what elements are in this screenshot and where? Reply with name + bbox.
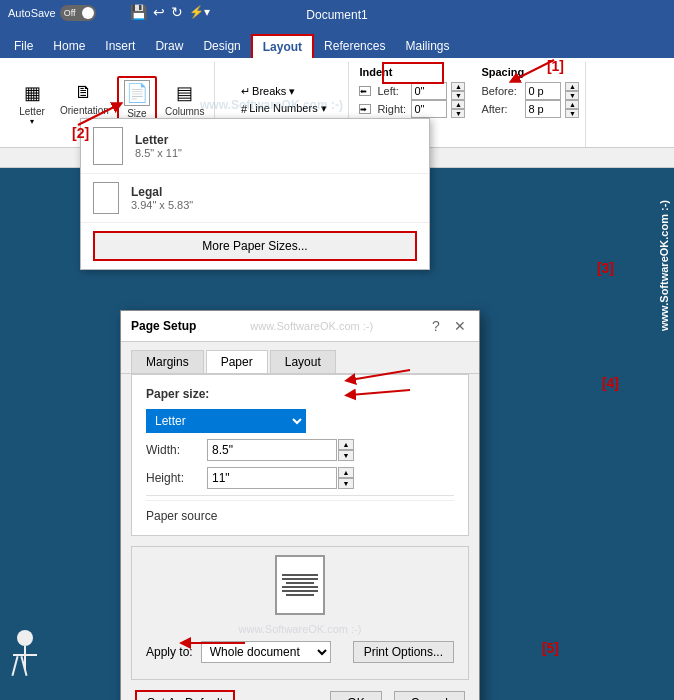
dialog-controls: ? ✕ xyxy=(427,317,469,335)
svg-line-0 xyxy=(514,60,554,80)
save-icon[interactable]: 💾 xyxy=(130,4,147,20)
paper-size-row: Letter Legal xyxy=(146,409,454,433)
arrow-2 xyxy=(58,95,138,135)
dialog-watermark-text: www.SoftwareOK.com :-) xyxy=(250,320,373,332)
indent-header: Indent xyxy=(359,66,465,78)
spacing-after-label: After: xyxy=(481,103,521,115)
dialog-tab-layout[interactable]: Layout xyxy=(270,350,336,373)
annotation-5: [5] xyxy=(542,640,559,656)
autosave-area: AutoSave Off xyxy=(8,5,96,21)
preview-line-4 xyxy=(282,586,318,588)
indent-left-label: Left: xyxy=(377,85,407,97)
indent-right-input[interactable] xyxy=(411,100,447,118)
arrow-1 xyxy=(494,50,574,90)
indent-right-up[interactable]: ▲ xyxy=(451,100,465,109)
autosave-state: Off xyxy=(64,8,76,18)
breaks-label: Breaks ▾ xyxy=(252,85,295,98)
height-input[interactable] xyxy=(207,467,337,489)
svg-line-3 xyxy=(350,390,410,395)
width-input-wrap: ▲ ▼ xyxy=(207,439,354,461)
tab-design[interactable]: Design xyxy=(193,34,250,58)
spacing-after-spinner[interactable]: ▲ ▼ xyxy=(565,100,579,118)
height-spinner[interactable]: ▲ ▼ xyxy=(338,467,354,489)
set-as-default-button[interactable]: Set As Default xyxy=(135,690,235,700)
preview-line-3 xyxy=(286,582,314,584)
margins-icon: ▦ xyxy=(24,82,41,104)
columns-label: Columns xyxy=(165,106,204,117)
width-spinner[interactable]: ▲ ▼ xyxy=(338,439,354,461)
spacing-before-down[interactable]: ▼ xyxy=(565,91,579,100)
indent-left-up[interactable]: ▲ xyxy=(451,82,465,91)
letter-size: 8.5" x 11" xyxy=(135,147,182,159)
height-down[interactable]: ▼ xyxy=(338,478,354,489)
autosave-toggle[interactable]: Off xyxy=(60,5,96,21)
paper-source-label: Paper source xyxy=(146,500,454,523)
ribbon-watermark: www.SoftwareOK.com :-) xyxy=(200,98,343,112)
indent-right-down[interactable]: ▼ xyxy=(451,109,465,118)
paper-size-select[interactable]: Letter Legal xyxy=(146,409,306,433)
tab-layout[interactable]: Layout xyxy=(251,34,314,58)
dialog-help-button[interactable]: ? xyxy=(427,317,445,335)
svg-line-1 xyxy=(78,105,118,125)
dialog-title-bar: Page Setup www.SoftwareOK.com :-) ? ✕ xyxy=(121,311,479,342)
indent-left-row: ⬅ Left: ▲ ▼ xyxy=(359,82,465,100)
paper-size-legal[interactable]: Legal 3.94" x 5.83" xyxy=(81,174,429,223)
customize-icon[interactable]: ⚡▾ xyxy=(189,5,210,19)
width-down[interactable]: ▼ xyxy=(338,450,354,461)
preview-line-1 xyxy=(282,574,318,576)
height-input-wrap: ▲ ▼ xyxy=(207,467,354,489)
annotation-4: [4] xyxy=(602,375,619,391)
doc-title: Document1 xyxy=(306,8,367,22)
tab-mailings[interactable]: Mailings xyxy=(395,34,459,58)
dialog-close-button[interactable]: ✕ xyxy=(451,317,469,335)
dialog-tab-paper[interactable]: Paper xyxy=(206,350,268,373)
columns-icon: ▤ xyxy=(176,82,193,104)
more-paper-sizes-button[interactable]: More Paper Sizes... xyxy=(93,231,417,261)
height-up[interactable]: ▲ xyxy=(338,467,354,478)
width-input[interactable] xyxy=(207,439,337,461)
preview-line-2 xyxy=(282,578,318,580)
tab-draw[interactable]: Draw xyxy=(145,34,193,58)
indent-left-icon: ⬅ xyxy=(359,86,371,96)
cancel-button[interactable]: Cancel xyxy=(394,691,465,700)
tab-file[interactable]: File xyxy=(4,34,43,58)
side-watermark: www.SoftwareOK.com :-) xyxy=(658,200,670,331)
figure-area xyxy=(0,480,90,700)
toolbar-icons: 💾 ↩ ↻ ⚡▾ xyxy=(130,4,210,20)
indent-left-down[interactable]: ▼ xyxy=(451,91,465,100)
tab-insert[interactable]: Insert xyxy=(95,34,145,58)
figure-head xyxy=(17,630,33,646)
undo-icon[interactable]: ↩ xyxy=(153,4,165,20)
toggle-dot xyxy=(82,7,94,19)
margins-chevron: ▾ xyxy=(30,117,34,126)
indent-left-input[interactable] xyxy=(411,82,447,100)
preview-line-6 xyxy=(286,594,314,596)
legal-name: Legal xyxy=(131,185,193,199)
spacing-after-down[interactable]: ▼ xyxy=(565,109,579,118)
dialog-footer: Set As Default OK Cancel xyxy=(121,690,479,700)
width-up[interactable]: ▲ xyxy=(338,439,354,450)
svg-line-2 xyxy=(350,370,410,380)
doc-preview xyxy=(146,555,454,615)
tab-home[interactable]: Home xyxy=(43,34,95,58)
ok-button[interactable]: OK xyxy=(330,691,381,700)
print-options-button[interactable]: Print Options... xyxy=(353,641,454,663)
letter-paper-info: Letter 8.5" x 11" xyxy=(135,133,182,159)
spacing-after-up[interactable]: ▲ xyxy=(565,100,579,109)
preview-line-5 xyxy=(282,590,318,592)
arrow-5 xyxy=(175,628,255,658)
breaks-button[interactable]: ↵ Breaks ▾ xyxy=(241,85,327,98)
autosave-label: AutoSave xyxy=(8,7,56,19)
dialog-tab-margins[interactable]: Margins xyxy=(131,350,204,373)
annotation-3: [3] xyxy=(597,260,614,276)
redo-icon[interactable]: ↻ xyxy=(171,4,183,20)
margins-button[interactable]: ▦ Letter ▾ xyxy=(12,80,52,128)
size-dropdown-panel: Letter 8.5" x 11" Legal 3.94" x 5.83" Mo… xyxy=(80,118,430,270)
tab-references[interactable]: References xyxy=(314,34,395,58)
title-bar: AutoSave Off 💾 ↩ ↻ ⚡▾ Document1 xyxy=(0,0,674,30)
spacing-after-input[interactable] xyxy=(525,100,561,118)
indent-left-spinner[interactable]: ▲ ▼ xyxy=(451,82,465,100)
indent-right-spinner[interactable]: ▲ ▼ xyxy=(451,100,465,118)
figure-decoration xyxy=(10,630,40,690)
width-label: Width: xyxy=(146,443,201,457)
